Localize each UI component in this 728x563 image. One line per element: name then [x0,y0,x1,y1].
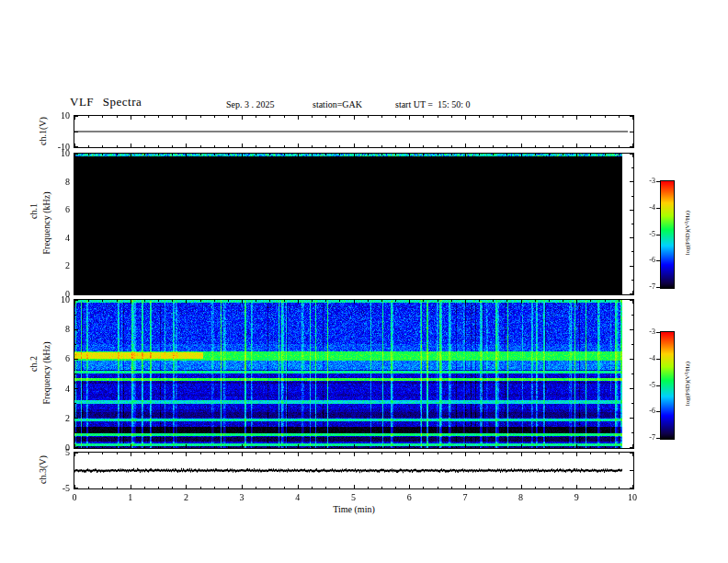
x-major-tick [354,444,355,448]
colorbar-tick-label: -6 [635,256,655,264]
x-minor-tick [102,293,103,294]
y-tick-label: 8 [44,324,70,334]
x-major-tick [354,300,355,304]
x-minor-tick [438,145,438,147]
x-minor-tick [605,300,606,302]
x-major-tick [409,116,410,120]
x-major-tick [354,116,355,120]
x-minor-tick [506,154,507,155]
ch1-spectrogram [74,154,633,294]
x-minor-tick [284,300,285,302]
x-minor-tick [88,116,89,118]
x-major-tick [409,291,410,294]
x-major-tick [131,485,131,488]
x-minor-tick [102,446,103,448]
y-minor-tick [631,251,633,252]
x-major-tick [409,154,410,157]
x-minor-tick [423,487,424,488]
x-minor-tick [619,293,620,294]
x-minor-tick [325,300,326,302]
x-minor-tick [563,154,563,155]
x-major-tick [242,485,243,488]
x-minor-tick [438,487,438,488]
x-major-tick [576,300,577,304]
y-major-tick [630,329,633,330]
y-major-tick [74,237,78,238]
x-minor-tick [102,145,103,147]
x-minor-tick [269,116,270,118]
x-minor-tick [158,446,159,448]
x-tick-label: 3 [232,492,252,502]
x-minor-tick [493,453,494,454]
y-major-tick [630,237,633,238]
colorbar-tick-label: -4 [635,354,655,362]
x-minor-tick [493,116,494,118]
x-minor-tick [339,487,340,488]
x-minor-tick [102,487,103,488]
x-tick-label: 2 [176,492,196,502]
y-major-tick [630,293,633,294]
x-tick-label: 1 [120,492,141,502]
y-major-tick [630,300,633,301]
x-minor-tick [284,453,285,454]
ch1-voltage-trace [74,116,633,147]
x-minor-tick [158,487,159,488]
x-minor-tick [339,453,340,454]
y-major-tick [74,146,78,147]
x-minor-tick [506,145,507,147]
y-major-tick [630,447,633,448]
x-minor-tick [535,293,536,294]
x-major-tick [131,154,131,157]
x-minor-tick [144,487,145,488]
x-major-tick [298,116,299,120]
x-major-tick [354,291,355,294]
x-minor-tick [284,145,285,147]
x-minor-tick [200,487,201,488]
colorbar-tick [656,181,660,182]
ch2-channel-label: ch.2 [28,337,39,392]
x-major-tick [298,300,299,304]
x-minor-tick [619,154,620,155]
x-minor-tick [619,446,620,448]
x-minor-tick [549,116,550,118]
x-minor-tick [438,116,438,118]
x-major-tick [521,144,522,147]
x-minor-tick [256,116,256,118]
x-minor-tick [200,446,201,448]
colorbar-tick [656,208,660,209]
x-minor-tick [284,487,285,488]
x-minor-tick [200,145,201,147]
y-minor-tick [74,432,76,433]
y-major-tick [630,154,633,155]
y-tick-label: 2 [44,260,70,270]
y-minor-tick [631,373,633,374]
y-major-tick [630,146,633,147]
ch2-spectrogram-panel [74,299,634,449]
ch1-colorbar [660,180,675,289]
x-tick-label: 8 [511,492,531,502]
y-major-tick [74,300,78,301]
colorbar-tick-label: -3 [635,177,655,185]
x-minor-tick [423,154,424,155]
x-minor-tick [479,116,480,118]
x-major-tick [521,485,522,488]
x-major-tick [354,144,355,147]
x-major-tick [465,291,466,294]
x-minor-tick [423,453,424,454]
x-minor-tick [312,487,313,488]
y-minor-tick [631,280,633,281]
x-minor-tick [214,300,215,302]
x-minor-tick [395,145,396,147]
x-minor-tick [590,145,591,147]
x-minor-tick [451,145,452,147]
x-minor-tick [256,145,256,147]
x-minor-tick [506,300,507,302]
y-major-tick [630,210,633,211]
x-minor-tick [423,145,424,147]
x-minor-tick [423,300,424,302]
x-major-tick [465,300,466,304]
x-minor-tick [312,453,313,454]
x-minor-tick [619,145,620,147]
figure-title: VLF Spectra [70,95,142,109]
x-major-tick [298,444,299,448]
